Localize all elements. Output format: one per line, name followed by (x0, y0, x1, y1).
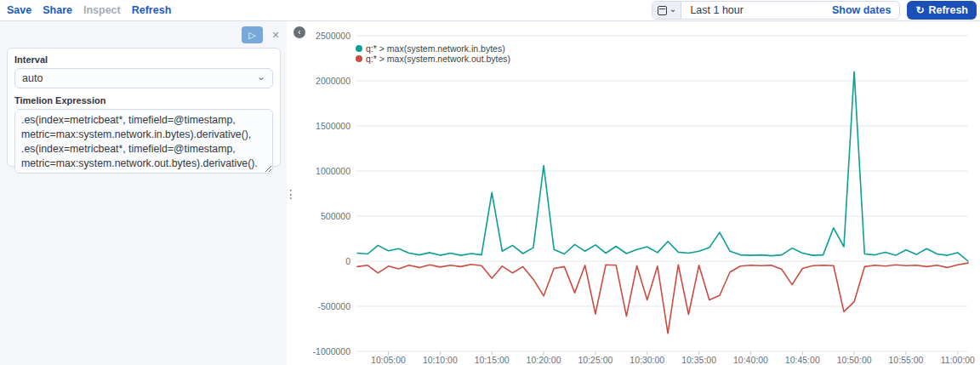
panel-resize-handle[interactable]: ⋮ (285, 191, 292, 197)
svg-text:10:05:00: 10:05:00 (371, 355, 406, 365)
chevron-down-icon: ⌄ (669, 5, 676, 14)
refresh-icon: ↻ (915, 5, 924, 15)
svg-text:10:25:00: 10:25:00 (578, 355, 612, 365)
legend-label-out-bytes: q:* > max(system.network.out.bytes) (366, 54, 510, 64)
svg-text:10:30:00: 10:30:00 (630, 355, 664, 365)
interval-select[interactable]: auto ⌄ (14, 68, 273, 88)
editor-card: Interval auto ⌄ Timelion Expression .es(… (7, 48, 281, 167)
timelion-page: Save Share Inspect Refresh ⌄ Last 1 hour… (0, 0, 980, 365)
refresh-link[interactable]: Refresh (132, 4, 172, 16)
svg-text:10:20:00: 10:20:00 (527, 355, 561, 365)
close-icon: ✕ (271, 30, 279, 41)
timelion-expression-textarea[interactable]: .es(index=metricbeat*, timefield=@timest… (14, 109, 273, 174)
chart-legend: q:* > max(system.network.in.bytes) q:* >… (356, 43, 510, 64)
date-picker-bar: ⌄ Last 1 hour Show dates ↻ Refresh (652, 1, 980, 20)
legend-dot-in-bytes (356, 45, 362, 52)
share-link[interactable]: Share (43, 4, 72, 16)
collapse-panel-button[interactable]: ‹ (293, 26, 305, 38)
svg-text:10:55:00: 10:55:00 (889, 355, 924, 365)
svg-text:500000: 500000 (321, 211, 350, 221)
svg-text:0: 0 (345, 256, 350, 266)
collapse-left-icon: ‹ (298, 27, 300, 37)
super-date-picker: ⌄ Last 1 hour Show dates (652, 1, 900, 20)
run-expression-button[interactable]: ▷ (242, 26, 263, 43)
chart-area[interactable]: 25000002000000150000010000005000000-5000… (306, 21, 980, 365)
refresh-button-label: Refresh (928, 4, 968, 16)
drag-dots-icon: ⋮ (285, 187, 297, 201)
svg-text:10:40:00: 10:40:00 (733, 355, 768, 365)
expression-label: Timelion Expression (14, 95, 273, 106)
svg-text:1000000: 1000000 (316, 166, 350, 176)
show-dates-link[interactable]: Show dates (832, 2, 899, 19)
interval-value: auto (22, 72, 43, 84)
refresh-button[interactable]: ↻ Refresh (907, 1, 977, 20)
toolbar: Save Share Inspect Refresh (0, 4, 171, 16)
legend-item: q:* > max(system.network.in.bytes) (356, 43, 510, 53)
svg-text:2500000: 2500000 (316, 31, 350, 41)
svg-text:2000000: 2000000 (316, 76, 350, 86)
legend-label-in-bytes: q:* > max(system.network.in.bytes) (366, 43, 505, 54)
close-editor-button[interactable]: ✕ (269, 28, 282, 42)
calendar-icon (658, 6, 667, 15)
svg-text:10:45:00: 10:45:00 (785, 355, 820, 365)
svg-text:10:10:00: 10:10:00 (423, 355, 458, 365)
svg-text:11:00:00: 11:00:00 (941, 355, 975, 365)
date-picker-quick-menu-button[interactable]: ⌄ (652, 2, 681, 19)
timelion-chart-svg[interactable]: 25000002000000150000010000005000000-5000… (306, 21, 980, 365)
svg-text:10:15:00: 10:15:00 (475, 355, 510, 365)
date-range-value[interactable]: Last 1 hour (681, 2, 832, 19)
inspect-link: Inspect (83, 4, 121, 16)
save-link[interactable]: Save (7, 4, 31, 16)
svg-text:-500000: -500000 (317, 301, 350, 311)
panel-actions: ▷ ✕ (242, 26, 282, 43)
svg-text:-1000000: -1000000 (313, 346, 351, 356)
top-bar: Save Share Inspect Refresh ⌄ Last 1 hour… (0, 0, 980, 21)
legend-dot-out-bytes (356, 55, 362, 62)
svg-text:1500000: 1500000 (316, 121, 350, 131)
select-chevron-down-icon: ⌄ (257, 75, 265, 79)
timelion-expression-panel: ▷ ✕ Interval auto ⌄ Timelion Expression … (0, 21, 287, 365)
play-icon: ▷ (248, 30, 255, 41)
svg-text:10:50:00: 10:50:00 (837, 355, 872, 365)
interval-label: Interval (14, 54, 273, 65)
legend-item: q:* > max(system.network.out.bytes) (356, 54, 510, 63)
svg-text:10:35:00: 10:35:00 (681, 355, 716, 365)
expression-field: Timelion Expression .es(index=metricbeat… (14, 95, 273, 177)
